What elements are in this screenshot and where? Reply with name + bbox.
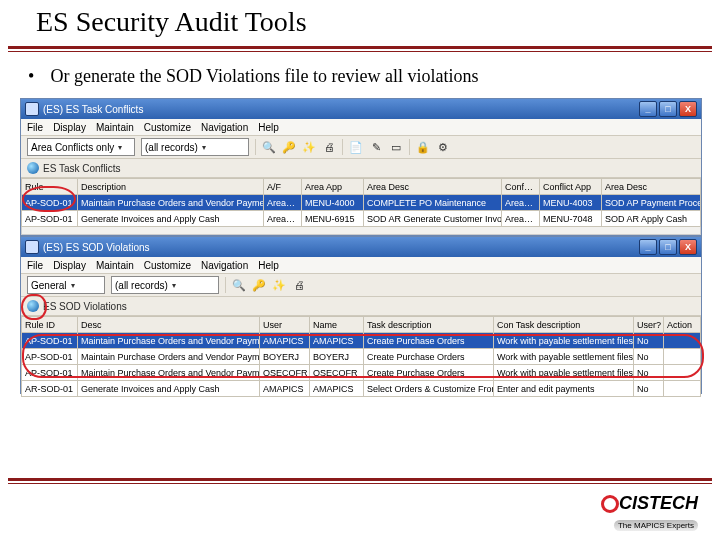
section-title: ES Task Conflicts [43,163,121,174]
chevron-down-icon: ▾ [118,143,122,152]
col-conf[interactable]: Conf… [502,179,540,195]
col-conflict-app[interactable]: Conflict App [540,179,602,195]
table-row[interactable]: AP-SOD-01Maintain Purchase Orders and Ve… [22,195,701,211]
header-row: Rule ID Desc User Name Task description … [22,317,701,333]
title-rule-thick [8,46,712,49]
menu-display[interactable]: Display [53,122,86,133]
print-icon[interactable]: 🖨 [292,278,306,292]
menubar: File Display Maintain Customize Navigati… [21,257,701,274]
col-area-app[interactable]: Area App [302,179,364,195]
header-row: Rule Description A/F Area App Area Desc … [22,179,701,195]
col-con-task-desc[interactable]: Con Task description [494,317,634,333]
print-icon[interactable]: 🖨 [322,140,336,154]
bullet-text: Or generate the SOD Violations file to r… [51,66,479,86]
col-user-q[interactable]: User? [634,317,664,333]
toolbar: Area Conflicts only ▾ (all records) ▾ 🔍 … [21,136,701,159]
separator [255,139,256,155]
chevron-down-icon: ▾ [172,281,176,290]
chevron-down-icon: ▾ [71,281,75,290]
highlight-circle-1 [22,186,76,212]
menu-help[interactable]: Help [258,122,279,133]
grid-task-conflicts: Rule Description A/F Area App Area Desc … [21,178,701,227]
col-area-desc-2[interactable]: Area Desc [602,179,701,195]
binoculars-icon[interactable]: 🔍 [262,140,276,154]
close-button[interactable]: X [679,239,697,255]
filter-dropdown-1[interactable]: Area Conflicts only ▾ [27,138,135,156]
minimize-button[interactable]: _ [639,239,657,255]
footer-rule-thick [8,478,712,481]
menu-help[interactable]: Help [258,260,279,271]
close-button[interactable]: X [679,101,697,117]
menu-maintain[interactable]: Maintain [96,260,134,271]
col-user[interactable]: User [260,317,310,333]
dropdown-value: (all records) [145,142,198,153]
globe-icon [27,162,39,174]
col-desc[interactable]: Description [78,179,264,195]
page-title: ES Security Audit Tools [36,6,307,38]
col-task-desc[interactable]: Task description [364,317,494,333]
bullet-dot: • [28,66,46,87]
footer-rule-thin [8,483,712,484]
window-title: (ES) ES Task Conflicts [43,104,635,115]
title-rule-thin [8,51,712,52]
filter-dropdown-2[interactable]: (all records) ▾ [111,276,219,294]
dropdown-value: (all records) [115,280,168,291]
col-desc[interactable]: Desc [78,317,260,333]
section-title: ES SOD Violations [43,301,127,312]
chevron-down-icon: ▾ [202,143,206,152]
filter-dropdown-2[interactable]: (all records) ▾ [141,138,249,156]
pencil-icon[interactable]: ✎ [369,140,383,154]
col-af[interactable]: A/F [264,179,302,195]
table-row[interactable]: AP-SOD-01Generate Invoices and Apply Cas… [22,211,701,227]
page-icon[interactable]: 📄 [349,140,363,154]
menu-maintain[interactable]: Maintain [96,122,134,133]
minimize-button[interactable]: _ [639,101,657,117]
titlebar[interactable]: (ES) ES Task Conflicts _ □ X [21,99,701,119]
dropdown-value: General [31,280,67,291]
card-icon[interactable]: ▭ [389,140,403,154]
separator [342,139,343,155]
menubar: File Display Maintain Customize Navigati… [21,119,701,136]
menu-file[interactable]: File [27,260,43,271]
binoculars-icon[interactable]: 🔍 [232,278,246,292]
logo-text: CISTECH [619,493,698,514]
logo-ring-icon [601,495,619,513]
separator [225,277,226,293]
menu-customize[interactable]: Customize [144,122,191,133]
maximize-button[interactable]: □ [659,101,677,117]
wand-icon[interactable]: ✨ [302,140,316,154]
dropdown-value: Area Conflicts only [31,142,114,153]
menu-navigation[interactable]: Navigation [201,122,248,133]
lock-icon[interactable]: 🔒 [416,140,430,154]
maximize-button[interactable]: □ [659,239,677,255]
filter-dropdown-1[interactable]: General ▾ [27,276,105,294]
menu-file[interactable]: File [27,122,43,133]
bullet-1: • Or generate the SOD Violations file to… [28,66,478,87]
table-row[interactable]: AR-SOD-01Generate Invoices and Apply Cas… [22,381,701,397]
window-task-conflicts: (ES) ES Task Conflicts _ □ X File Displa… [20,98,702,236]
separator [409,139,410,155]
section-header: ES SOD Violations [21,297,701,316]
logo: CISTECH The MAPICS Experts [601,493,698,532]
col-area-desc[interactable]: Area Desc [364,179,502,195]
key-icon[interactable]: 🔑 [252,278,266,292]
col-action[interactable]: Action [664,317,701,333]
app-icon [25,102,39,116]
highlight-circle-3 [22,334,704,378]
highlight-circle-2 [21,294,47,320]
menu-navigation[interactable]: Navigation [201,260,248,271]
menu-display[interactable]: Display [53,260,86,271]
section-header: ES Task Conflicts [21,159,701,178]
titlebar[interactable]: (ES) ES SOD Violations _ □ X [21,237,701,257]
toolbar: General ▾ (all records) ▾ 🔍 🔑 ✨ 🖨 [21,274,701,297]
cog-icon[interactable]: ⚙ [436,140,450,154]
col-name[interactable]: Name [310,317,364,333]
window-title: (ES) ES SOD Violations [43,242,635,253]
wand-icon[interactable]: ✨ [272,278,286,292]
logo-tagline: The MAPICS Experts [614,520,698,531]
menu-customize[interactable]: Customize [144,260,191,271]
app-icon [25,240,39,254]
key-icon[interactable]: 🔑 [282,140,296,154]
